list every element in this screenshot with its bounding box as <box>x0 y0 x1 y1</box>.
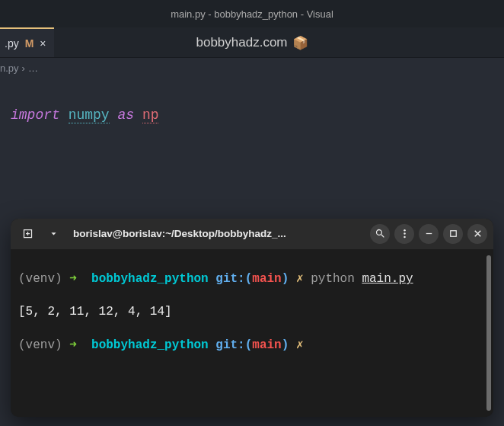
maximize-button[interactable] <box>443 224 463 244</box>
breadcrumb-file: n.py <box>0 62 19 74</box>
keyword-import: import <box>11 107 60 123</box>
breadcrumb-separator-icon: › <box>22 62 25 74</box>
terminal-titlebar: borislav@borislav:~/Desktop/bobbyhadz_..… <box>11 219 493 249</box>
menu-button[interactable] <box>394 224 414 244</box>
terminal-window: borislav@borislav:~/Desktop/bobbyhadz_..… <box>11 219 493 417</box>
breadcrumb[interactable]: n.py › … <box>0 58 504 76</box>
alias-np: np <box>142 107 159 123</box>
prompt-dir: bobbyhadz_python <box>91 272 209 286</box>
search-icon <box>375 228 386 239</box>
search-button[interactable] <box>370 224 390 244</box>
terminal-line: (venv) ➜ bobbyhadz_python git:(main) ✗ p… <box>18 271 486 288</box>
window-titlebar: main.py - bobbyhadz_python - Visual <box>0 0 504 27</box>
terminal-command: python <box>311 272 355 286</box>
prompt-arrow-icon: ➜ <box>69 338 77 352</box>
tab-label: .py <box>5 37 19 50</box>
maximize-icon <box>448 228 459 239</box>
svg-point-1 <box>404 232 406 235</box>
git-branch: main <box>252 338 281 352</box>
git-dirty-icon: ✗ <box>296 272 304 286</box>
terminal-title: borislav@borislav:~/Desktop/bobbyhadz_..… <box>73 228 286 239</box>
keyword-as: as <box>117 107 134 123</box>
prompt-arrow-icon: ➜ <box>69 272 77 286</box>
module-numpy: numpy <box>69 107 110 123</box>
svg-rect-3 <box>426 233 432 234</box>
tab-main-py[interactable]: .py M × <box>0 27 54 57</box>
tab-bar: .py M × bobbyhadz.com 📦 <box>0 27 504 58</box>
code-line: import numpy as np <box>11 105 493 125</box>
breadcrumb-rest: … <box>28 62 38 74</box>
package-icon: 📦 <box>292 34 308 50</box>
watermark: bobbyhadz.com 📦 <box>196 34 308 50</box>
tab-close-icon[interactable]: × <box>40 37 46 50</box>
chevron-down-icon <box>48 228 59 239</box>
new-tab-button[interactable] <box>17 223 38 245</box>
terminal-output: [5, 2, 11, 12, 4, 14] <box>18 304 486 321</box>
plus-square-icon <box>22 228 33 239</box>
terminal-scrollbar[interactable] <box>486 255 491 411</box>
close-icon <box>472 228 483 239</box>
git-branch: main <box>252 272 281 286</box>
code-blank <box>11 145 493 165</box>
watermark-text: bobbyhadz.com <box>196 35 287 50</box>
dropdown-button[interactable] <box>43 223 64 245</box>
terminal-line: (venv) ➜ bobbyhadz_python git:(main) ✗ <box>18 338 486 354</box>
more-vertical-icon <box>399 228 410 239</box>
code-blank <box>11 184 493 204</box>
terminal-arg: main.py <box>362 272 413 286</box>
code-blank <box>11 424 493 426</box>
tab-modified-indicator: M <box>25 37 34 50</box>
close-button[interactable] <box>467 224 487 244</box>
minimize-button[interactable] <box>419 224 439 244</box>
terminal-body[interactable]: (venv) ➜ bobbyhadz_python git:(main) ✗ p… <box>11 249 493 417</box>
window-title: main.py - bobbyhadz_python - Visual <box>171 8 333 20</box>
git-dirty-icon: ✗ <box>296 338 304 352</box>
svg-rect-4 <box>450 231 456 237</box>
minimize-icon <box>423 228 435 239</box>
svg-point-2 <box>404 236 406 239</box>
prompt-dir: bobbyhadz_python <box>91 338 209 352</box>
svg-point-0 <box>404 229 406 232</box>
